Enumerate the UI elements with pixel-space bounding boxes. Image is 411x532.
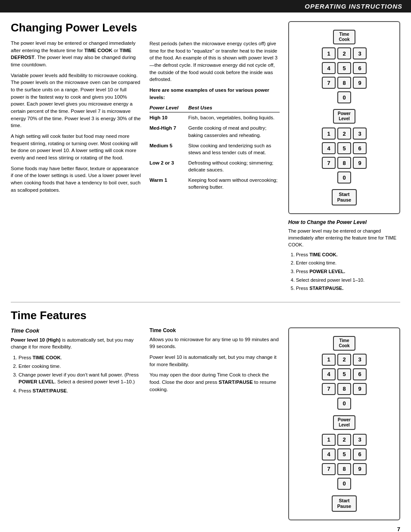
how-step-4: Select desired power level 1–10.: [296, 277, 400, 284]
level-medium: Medium 5: [149, 140, 188, 158]
tc-right-para3: You may open the door during Time Cook t…: [149, 371, 280, 393]
uses-medhigh: Gentle cooking of meat and poultry; baki…: [188, 123, 280, 140]
btn-1b[interactable]: 1: [322, 128, 336, 140]
time-features-section: Time Features Time Cook Power level 10 (…: [11, 309, 400, 520]
table-row: Med-High 7 Gentle cooking of meat and po…: [149, 123, 280, 140]
btn-3a[interactable]: 3: [353, 47, 367, 59]
btn-9b[interactable]: 9: [353, 157, 367, 169]
btn-1c[interactable]: 1: [322, 354, 336, 366]
table-intro: Here are some examples of uses for vario…: [149, 87, 280, 101]
btn-8a[interactable]: 8: [337, 77, 351, 89]
table-row: Warm 1 Keeping food warm without overcoo…: [149, 175, 280, 192]
btn-6a[interactable]: 6: [353, 62, 367, 74]
how-step-2: Enter cooking time.: [296, 259, 400, 267]
uses-high: Fish, bacon, vegetables, boiling liquids…: [188, 112, 280, 123]
uses-warm: Keeping food warm without overcooking; s…: [188, 175, 280, 192]
keypad-panel-1: TimeCook 1 2 3 4 5 6 7 8 9: [288, 21, 400, 214]
btn-6d[interactable]: 6: [353, 448, 367, 460]
how-to-steps: Press TIME COOK. Enter cooking time. Pre…: [288, 251, 400, 292]
btn-0d[interactable]: 0: [337, 478, 351, 490]
btn-4d[interactable]: 4: [322, 448, 336, 460]
btn-7c[interactable]: 7: [322, 383, 336, 395]
btn-3c[interactable]: 3: [353, 354, 367, 366]
how-to-description: The power level may be entered or change…: [288, 228, 400, 249]
btn-9c[interactable]: 9: [353, 383, 367, 395]
table-row: High 10 Fish, bacon, vegetables, boiling…: [149, 112, 280, 123]
btn-4b[interactable]: 4: [322, 142, 336, 154]
level-high: High 10: [149, 112, 188, 123]
btn-7a[interactable]: 7: [322, 77, 336, 89]
btn-7b[interactable]: 7: [322, 157, 336, 169]
header-title: OPERATING INSTRUCTIONS: [305, 3, 402, 10]
tc-step-1: Press TIME COOK.: [19, 354, 141, 361]
btn-1a[interactable]: 1: [322, 47, 336, 59]
btn-8d[interactable]: 8: [337, 463, 351, 475]
uses-low: Defrosting without cooking; simmering; d…: [188, 158, 280, 175]
table-header-uses: Best Uses: [188, 104, 280, 112]
page-number: 7: [397, 526, 400, 532]
tc-right-para2: Power level 10 is automatically set, but…: [149, 354, 280, 368]
btn-7d[interactable]: 7: [322, 463, 336, 475]
btn-2c[interactable]: 2: [337, 354, 351, 366]
btn-6c[interactable]: 6: [353, 368, 367, 380]
header-bar: OPERATING INSTRUCTIONS: [0, 0, 411, 12]
btn-0b[interactable]: 0: [337, 171, 351, 184]
btn-4c[interactable]: 4: [322, 368, 336, 380]
level-low: Low 2 or 3: [149, 158, 188, 175]
tc-right-para1: Allows you to microwave for any time up …: [149, 336, 280, 350]
time-cook-para1: Power level 10 (High) is automatically s…: [11, 336, 141, 351]
tc-step-4: Press START/PAUSE.: [19, 387, 141, 394]
btn-2a[interactable]: 2: [337, 47, 351, 59]
start-pause-button-2[interactable]: StartPause: [332, 495, 357, 512]
how-step-1: Press TIME COOK.: [296, 251, 400, 259]
btn-0c[interactable]: 0: [337, 398, 351, 410]
how-to-title: How to Change the Power Level: [288, 219, 400, 225]
section-title-time: Time Features: [11, 309, 400, 322]
power-level-button-1[interactable]: PowerLevel: [333, 109, 355, 124]
btn-3d[interactable]: 3: [353, 434, 367, 446]
time-cook-subtitle: Time Cook: [11, 327, 141, 334]
level-warm: Warm 1: [149, 175, 188, 192]
power-para2: Variable power levels add flexibility to…: [11, 72, 141, 129]
time-cook-button-2[interactable]: TimeCook: [333, 336, 355, 351]
power-table: Power Level Best Uses High 10 Fish, baco…: [149, 104, 280, 192]
time-cook-header-right: Time Cook: [149, 327, 280, 333]
how-step-3: Press POWER LEVEL.: [296, 268, 400, 276]
start-pause-button-1[interactable]: StartPause: [332, 189, 357, 205]
how-step-5: Press START/PAUSE.: [296, 285, 400, 292]
btn-8c[interactable]: 8: [337, 383, 351, 395]
power-level-button-2[interactable]: PowerLevel: [333, 415, 355, 430]
time-cook-steps: Press TIME COOK. Enter cooking time. Cha…: [11, 354, 141, 394]
btn-6b[interactable]: 6: [353, 142, 367, 154]
btn-2b[interactable]: 2: [337, 128, 351, 140]
power-para5: Rest periods (when the microwave energy …: [149, 40, 280, 83]
btn-9a[interactable]: 9: [353, 77, 367, 89]
btn-5c[interactable]: 5: [337, 368, 351, 380]
btn-4a[interactable]: 4: [322, 62, 336, 74]
uses-medium: Slow cooking and tenderizing such as ste…: [188, 140, 280, 158]
btn-5d[interactable]: 5: [337, 448, 351, 460]
btn-9d[interactable]: 9: [353, 463, 367, 475]
time-cook-button-1[interactable]: TimeCook: [333, 30, 355, 44]
power-para3: A high setting will cook faster but food…: [11, 133, 141, 162]
power-para1: The power level may be entered or change…: [11, 40, 141, 68]
btn-2d[interactable]: 2: [337, 434, 351, 446]
power-para4: Some foods may have better flavor, textu…: [11, 165, 141, 194]
table-row: Medium 5 Slow cooking and tenderizing su…: [149, 140, 280, 158]
level-medhigh: Med-High 7: [149, 123, 188, 140]
tc-step-2: Enter cooking time.: [19, 363, 141, 370]
keypad-panel-2: TimeCook 1 2 3 4 5 6 7 8: [288, 327, 400, 520]
btn-8b[interactable]: 8: [337, 157, 351, 169]
btn-5a[interactable]: 5: [337, 62, 351, 74]
btn-5b[interactable]: 5: [337, 142, 351, 154]
table-row: Low 2 or 3 Defrosting without cooking; s…: [149, 158, 280, 175]
section-title-power: Changing Power Levels: [11, 21, 141, 34]
how-to-section: How to Change the Power Level The power …: [288, 219, 400, 292]
btn-0a[interactable]: 0: [337, 91, 351, 103]
section-divider: [11, 302, 400, 302]
btn-1d[interactable]: 1: [322, 434, 336, 446]
btn-3b[interactable]: 3: [353, 128, 367, 140]
table-header-level: Power Level: [149, 104, 188, 112]
tc-step-3: Change power level if you don't want ful…: [19, 371, 141, 385]
